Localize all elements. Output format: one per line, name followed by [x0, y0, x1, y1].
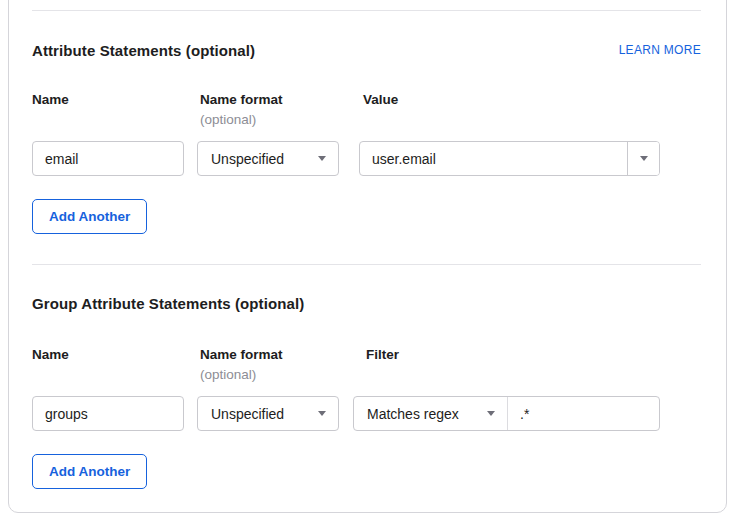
settings-card: [8, 0, 727, 513]
as-value-combobox: [359, 141, 660, 176]
chevron-down-icon: [640, 156, 648, 161]
as-value-column-label: Value: [363, 92, 398, 107]
top-divider: [32, 10, 701, 11]
as-name-format-selected-value: Unspecified: [211, 151, 284, 167]
chevron-down-icon: [318, 156, 326, 161]
saml-settings-panel: Attribute Statements (optional) LEARN MO…: [0, 0, 737, 530]
as-add-another-button[interactable]: Add Another: [32, 199, 147, 234]
gas-name-format-selected-value: Unspecified: [211, 406, 284, 422]
group-attribute-statements-title: Group Attribute Statements (optional): [32, 295, 304, 312]
gas-filter-value-input[interactable]: [508, 397, 659, 430]
as-name-input[interactable]: [32, 141, 184, 176]
gas-name-column-label: Name: [32, 347, 69, 362]
learn-more-link[interactable]: LEARN MORE: [619, 43, 701, 57]
gas-filter-group: Matches regex: [353, 396, 660, 431]
as-name-format-optional-label: (optional): [200, 112, 256, 127]
as-value-input[interactable]: [360, 142, 627, 175]
chevron-down-icon: [487, 411, 495, 416]
attribute-statements-title: Attribute Statements (optional): [32, 42, 255, 59]
middle-divider: [32, 264, 701, 265]
gas-filter-type-select[interactable]: Matches regex: [354, 397, 508, 430]
gas-name-format-select[interactable]: Unspecified: [197, 396, 339, 431]
gas-filter-column-label: Filter: [366, 347, 399, 362]
gas-name-format-optional-label: (optional): [200, 367, 256, 382]
gas-add-another-button[interactable]: Add Another: [32, 454, 147, 489]
as-name-format-select[interactable]: Unspecified: [197, 141, 339, 176]
gas-name-input[interactable]: [32, 396, 184, 431]
gas-filter-type-selected-value: Matches regex: [367, 406, 459, 422]
as-name-column-label: Name: [32, 92, 69, 107]
as-name-format-column-label: Name format: [200, 92, 283, 107]
chevron-down-icon: [318, 411, 326, 416]
as-value-dropdown-button[interactable]: [627, 142, 659, 175]
gas-name-format-column-label: Name format: [200, 347, 283, 362]
